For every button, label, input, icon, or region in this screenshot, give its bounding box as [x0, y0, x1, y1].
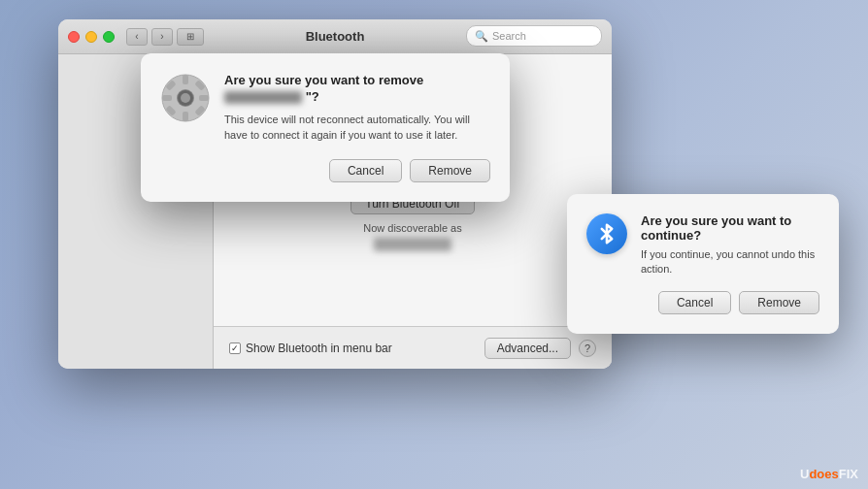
grid-button[interactable]: ⊞	[177, 28, 204, 46]
watermark-suffix: FIX	[839, 467, 858, 481]
minimize-button[interactable]	[85, 31, 97, 43]
titlebar: ‹ › ⊞ Bluetooth 🔍 Search	[58, 19, 612, 54]
help-button[interactable]: ?	[579, 340, 596, 357]
search-placeholder: Search	[492, 30, 526, 42]
continue-dialog-content: Are you sure you want to continue? If yo…	[586, 213, 819, 277]
back-button[interactable]: ‹	[126, 28, 148, 46]
window-title: Bluetooth	[306, 29, 365, 44]
continue-remove-button[interactable]: Remove	[739, 291, 819, 314]
continue-dialog: Are you sure you want to continue? If yo…	[567, 194, 839, 334]
remove-dialog-title: Are you sure you want to remove "?	[224, 73, 490, 106]
blurred-device-name	[224, 91, 302, 104]
show-bluetooth-label: Show Bluetooth in menu bar	[246, 342, 392, 355]
svg-rect-2	[183, 75, 188, 84]
gear-icon	[160, 73, 211, 123]
advanced-button[interactable]: Advanced...	[484, 338, 571, 359]
continue-dialog-body: If you continue, you cannot undo this ac…	[641, 247, 819, 277]
watermark: UdoesFIX	[800, 467, 858, 481]
show-bluetooth-checkbox[interactable]: ✓	[229, 342, 241, 354]
watermark-highlight: does	[809, 467, 838, 481]
remove-dialog-body: This device will not reconnect automatic…	[224, 112, 490, 144]
svg-rect-4	[162, 95, 172, 101]
remove-dialog-buttons: Cancel Remove	[160, 159, 490, 182]
close-button[interactable]	[68, 31, 80, 43]
nav-buttons: ‹ ›	[126, 28, 173, 46]
svg-rect-3	[183, 112, 188, 121]
remove-dialog-text: Are you sure you want to remove "? This …	[224, 73, 490, 144]
traffic-lights	[68, 31, 115, 43]
svg-rect-5	[199, 95, 209, 101]
remove-confirm-button[interactable]: Remove	[410, 159, 490, 182]
search-icon: 🔍	[475, 30, 488, 43]
continue-dialog-bluetooth-icon	[586, 213, 627, 254]
maximize-button[interactable]	[103, 31, 115, 43]
continue-dialog-text: Are you sure you want to continue? If yo…	[641, 213, 819, 277]
watermark-prefix: U	[800, 467, 809, 481]
continue-dialog-title: Are you sure you want to continue?	[641, 213, 819, 243]
continue-dialog-buttons: Cancel Remove	[586, 291, 819, 314]
window-footer: ✓ Show Bluetooth in menu bar Advanced...…	[214, 326, 612, 369]
remove-device-dialog: Are you sure you want to remove "? This …	[141, 53, 510, 202]
continue-cancel-button[interactable]: Cancel	[658, 291, 731, 314]
discoverable-label: Now discoverable as	[363, 222, 462, 234]
remove-cancel-button[interactable]: Cancel	[329, 159, 402, 182]
svg-point-11	[181, 93, 190, 103]
show-bluetooth-checkbox-area[interactable]: ✓ Show Bluetooth in menu bar	[229, 342, 392, 355]
dialog-content: Are you sure you want to remove "? This …	[160, 73, 490, 144]
bt-icon-svg	[594, 221, 619, 246]
device-name-blurred	[374, 238, 451, 251]
search-box[interactable]: 🔍 Search	[466, 25, 602, 47]
forward-button[interactable]: ›	[151, 28, 173, 46]
